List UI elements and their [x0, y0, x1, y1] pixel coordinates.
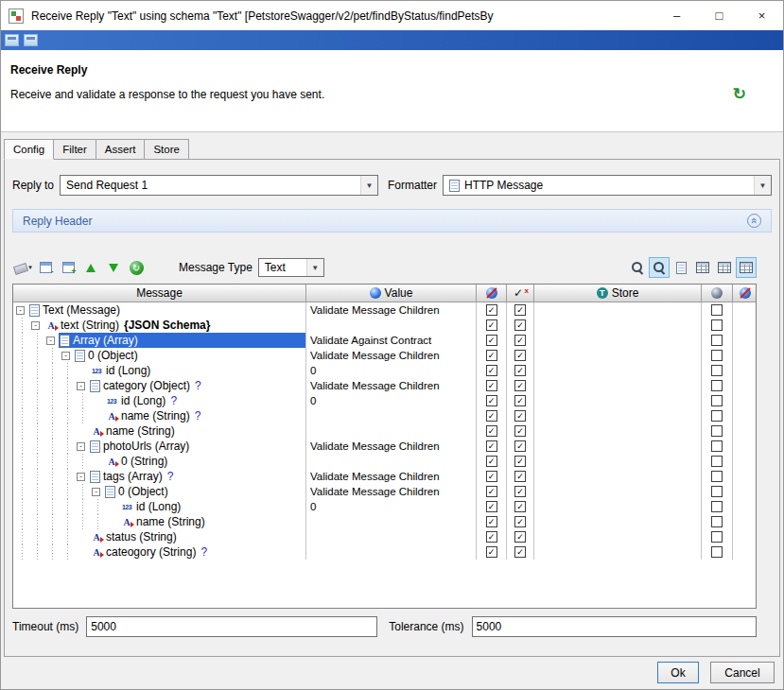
assert-checkbox[interactable]: ✓	[514, 335, 526, 346]
extra-checkbox[interactable]	[711, 531, 723, 543]
cancel-button[interactable]: Cancel	[710, 662, 775, 683]
chevron-down-icon[interactable]: ▼	[360, 176, 377, 195]
table-row[interactable]: Astatus (String)✓✓	[13, 529, 756, 544]
store-cell[interactable]	[534, 408, 702, 423]
validate-checkbox[interactable]: ✓	[486, 304, 497, 316]
table-row[interactable]: 123id (Long)0✓✓	[13, 499, 756, 514]
value-cell[interactable]	[306, 454, 477, 469]
extra-checkbox[interactable]	[711, 440, 723, 452]
table-row[interactable]: 123id (Long)0✓✓	[13, 363, 756, 378]
assert-checkbox[interactable]: ✓	[514, 440, 526, 452]
assert-checkbox[interactable]: ✓	[514, 304, 526, 316]
zoom-table-icon[interactable]	[649, 257, 670, 278]
extra-checkbox[interactable]	[711, 365, 723, 376]
store-cell[interactable]	[534, 302, 702, 318]
value-cell[interactable]	[306, 408, 477, 423]
ok-button[interactable]: Ok	[657, 662, 699, 683]
extra-checkbox[interactable]	[711, 319, 723, 331]
value-cell[interactable]: 0	[306, 499, 477, 514]
store-cell[interactable]	[534, 514, 702, 529]
validate-checkbox[interactable]: ✓	[486, 456, 497, 467]
assert-checkbox[interactable]: ✓	[514, 456, 526, 467]
validate-checkbox[interactable]: ✓	[486, 546, 497, 558]
assert-checkbox[interactable]: ✓	[514, 486, 526, 497]
validate-checkbox[interactable]: ✓	[486, 395, 497, 406]
store-cell[interactable]	[534, 484, 702, 499]
validate-checkbox[interactable]: ✓	[486, 319, 497, 331]
extra-checkbox[interactable]	[711, 516, 723, 527]
value-cell[interactable]: Validate Message Children	[306, 378, 477, 393]
assert-checkbox[interactable]: ✓	[514, 350, 526, 361]
table-row[interactable]: Aname (String)?✓✓	[13, 408, 756, 423]
validate-checkbox[interactable]: ✓	[486, 486, 497, 497]
tree-expander-icon[interactable]: -	[16, 306, 25, 315]
value-cell[interactable]: Validate Message Children	[306, 439, 477, 454]
assert-checkbox[interactable]: ✓	[514, 380, 526, 391]
tab-assert[interactable]: Assert	[96, 139, 146, 159]
value-cell[interactable]: 0	[306, 393, 477, 408]
table-row[interactable]: -Array (Array)Validate Against Contract✓…	[13, 333, 756, 348]
table-row[interactable]: -0 (Object)Validate Message Children✓✓	[13, 484, 756, 499]
tree-expander-icon[interactable]: -	[77, 473, 85, 481]
store-cell[interactable]	[534, 363, 702, 378]
assert-checkbox[interactable]: ✓	[514, 546, 526, 558]
table-row[interactable]: 123id (Long)?0✓✓	[13, 393, 756, 408]
reply-to-select[interactable]: Send Request 1 ▼	[60, 175, 378, 196]
chevron-down-icon[interactable]: ▼	[306, 259, 323, 276]
table-row[interactable]: A0 (String)✓✓	[13, 454, 756, 469]
move-down-icon[interactable]	[103, 257, 124, 278]
validate-checkbox[interactable]: ✓	[486, 516, 497, 527]
validate-checkbox[interactable]: ✓	[486, 365, 497, 376]
table-row[interactable]: -Atext (String){JSON Schema}✓✓	[13, 318, 756, 333]
extra-checkbox[interactable]	[711, 410, 723, 422]
reply-header-section[interactable]: Reply Header	[12, 209, 772, 233]
refresh-icon[interactable]: ↻	[126, 257, 147, 278]
chevron-down-icon[interactable]: ▼	[754, 176, 771, 195]
table-row[interactable]: -tags (Array)?Validate Message Children✓…	[13, 469, 756, 484]
tree-expander-icon[interactable]: -	[46, 336, 55, 345]
grid-view-1-icon[interactable]	[692, 257, 713, 278]
validate-checkbox[interactable]: ✓	[486, 501, 497, 512]
value-cell[interactable]: Validate Against Contract	[306, 333, 477, 348]
collapse-all-icon[interactable]	[35, 257, 56, 278]
value-cell[interactable]	[306, 544, 477, 560]
value-cell[interactable]	[306, 318, 477, 333]
tree-expander-icon[interactable]: -	[77, 382, 85, 390]
validate-checkbox[interactable]: ✓	[486, 425, 497, 437]
value-cell[interactable]: Validate Message Children	[306, 348, 477, 363]
zoom-in-icon[interactable]	[627, 257, 648, 278]
value-cell[interactable]	[306, 529, 477, 544]
eraser-menu-icon[interactable]: ▾	[12, 257, 33, 278]
store-cell[interactable]	[534, 333, 702, 348]
store-cell[interactable]	[534, 348, 702, 363]
table-row[interactable]: -0 (Object)Validate Message Children✓✓	[13, 348, 756, 363]
message-type-select[interactable]: Text ▼	[258, 258, 324, 277]
grid-view-3-icon[interactable]	[736, 257, 757, 278]
store-cell[interactable]	[534, 318, 702, 333]
close-button[interactable]: ×	[740, 1, 783, 30]
tab-config[interactable]: Config	[4, 139, 54, 160]
extra-checkbox[interactable]	[711, 546, 723, 558]
assert-checkbox[interactable]: ✓	[514, 319, 526, 331]
extra-checkbox[interactable]	[711, 350, 723, 361]
value-cell[interactable]: 0	[306, 363, 477, 378]
tree-expander-icon[interactable]: -	[61, 352, 70, 360]
store-cell[interactable]	[534, 393, 702, 408]
extra-checkbox[interactable]	[711, 335, 723, 346]
value-cell[interactable]: Validate Message Children	[306, 469, 477, 484]
store-cell[interactable]	[534, 544, 702, 560]
collapse-section-icon[interactable]	[747, 214, 761, 228]
store-cell[interactable]	[534, 529, 702, 544]
tolerance-input[interactable]	[472, 616, 757, 637]
timeout-input[interactable]	[86, 616, 377, 637]
table-row[interactable]: -category (Object)?Validate Message Chil…	[13, 378, 756, 393]
assert-checkbox[interactable]: ✓	[514, 410, 526, 422]
table-row[interactable]: Acateogory (String)?✓✓	[13, 544, 756, 560]
extra-checkbox[interactable]	[711, 380, 723, 391]
store-cell[interactable]	[534, 439, 702, 454]
table-row[interactable]: -Text (Message)Validate Message Children…	[13, 302, 756, 318]
bookmark-icon[interactable]	[24, 34, 38, 46]
validate-checkbox[interactable]: ✓	[486, 335, 497, 346]
value-cell[interactable]	[306, 514, 477, 529]
extra-checkbox[interactable]	[711, 425, 723, 437]
